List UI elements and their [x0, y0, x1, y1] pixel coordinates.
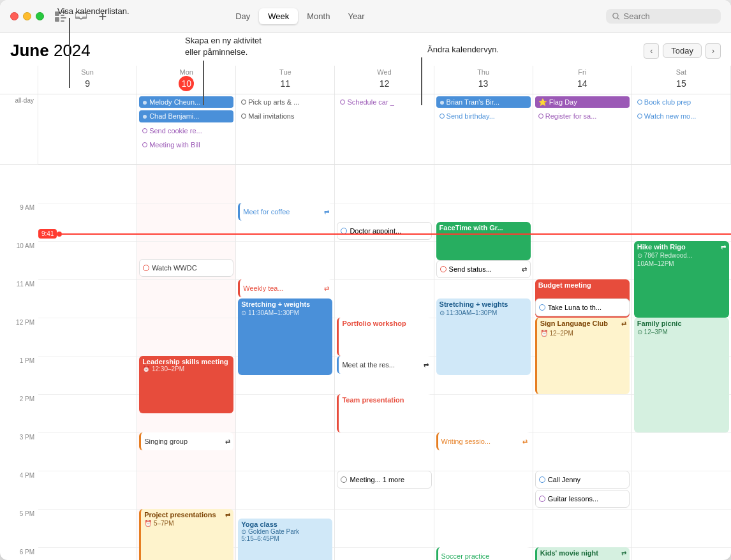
prev-week-button[interactable]: ‹ [644, 43, 659, 59]
event-watch-wwdc[interactable]: Watch WWDC [139, 259, 233, 277]
tab-month[interactable]: Month [298, 8, 339, 24]
event-send-birthday[interactable]: Send birthday... [436, 110, 531, 122]
svg-point-10 [143, 115, 147, 119]
event-schedule-car[interactable]: Schedule car _ [337, 96, 431, 108]
event-weekly-tea[interactable]: Weekly tea... ⇄ [238, 279, 332, 297]
event-writing[interactable]: Writing sessio... ⇄ [436, 432, 531, 450]
event-guitar[interactable]: Guitar lessons... [535, 490, 630, 508]
month-year-title: June 2024 [10, 41, 91, 61]
event-watch-movie[interactable]: Watch new mo... [634, 110, 728, 122]
allday-fri: ⭐ Flag Day Register for sa... [533, 94, 632, 164]
tab-year[interactable]: Year [339, 8, 373, 24]
next-week-button[interactable]: › [705, 43, 721, 59]
search-icon [612, 12, 620, 20]
event-send-status[interactable]: Send status... ⇄ [436, 260, 531, 278]
time-5pm: 5 PM [0, 509, 38, 547]
minimize-button[interactable] [23, 12, 31, 20]
calendar-navigation: ‹ Today › [644, 43, 721, 59]
view-tabs: Day Week Month Year [226, 8, 374, 24]
today-button[interactable]: Today [663, 43, 702, 58]
allday-row: all-day Melody Cheun... Chad Benjami... … [0, 94, 731, 165]
day-header-sat: Sat 15 [632, 66, 731, 94]
event-chad[interactable]: Chad Benjami... [139, 110, 233, 122]
svg-line-8 [617, 18, 619, 20]
tab-day[interactable]: Day [226, 8, 259, 24]
event-book-club[interactable]: Book club prep [634, 96, 728, 108]
svg-rect-3 [55, 17, 59, 22]
day-header-mon: Mon 10 [137, 66, 236, 94]
event-family-picnic[interactable]: Family picnic ⊙ 12–3PM [634, 318, 729, 432]
day-col-fri: Budget meeting Take Luna to th... Sign L… [533, 165, 632, 560]
event-soccer[interactable]: Soccer practice [436, 547, 531, 560]
svg-rect-0 [55, 11, 59, 16]
calendar-list-icon[interactable] [52, 8, 70, 26]
event-brian-bday[interactable]: Brian Tran's Bir... [436, 96, 531, 108]
day-col-sat: Hike with Rigo ⊙ 7867 Redwood... 10AM–12… [632, 165, 731, 560]
event-stretching-tue[interactable]: Stretching + weights ⊙ 11:30AM–1:30PM [238, 298, 332, 375]
event-leadership[interactable]: Leadership skills meeting ⏰ 12:30–2PM [139, 356, 233, 413]
allday-thu: Brian Tran's Bir... Send birthday... [434, 94, 533, 164]
allday-sat: Book club prep Watch new mo... [632, 94, 731, 164]
day-header-fri: Fri 14 [533, 66, 632, 94]
event-meet-coffee[interactable]: Meet for coffee ⇄ [238, 203, 332, 221]
event-portfolio[interactable]: Portfolio workshop [337, 318, 431, 356]
traffic-lights [10, 12, 44, 20]
event-call-jenny[interactable]: Call Jenny [535, 471, 630, 489]
allday-mon: Melody Cheun... Chad Benjami... Send coo… [137, 94, 236, 164]
time-2pm: 2 PM [0, 394, 38, 432]
day-header-wed: Wed 12 [335, 66, 434, 94]
event-mail-invitations[interactable]: Mail invitations [238, 110, 332, 122]
time-6pm: 6 PM [0, 547, 38, 560]
maximize-button[interactable] [36, 12, 44, 20]
event-flag-day[interactable]: ⭐ Flag Day [535, 96, 630, 108]
event-hike[interactable]: Hike with Rigo ⊙ 7867 Redwood... 10AM–12… [634, 241, 729, 318]
event-yoga[interactable]: Yoga class ⊙ Golden Gate Park 5:15–6:45P… [238, 519, 332, 560]
allday-sun [38, 94, 137, 164]
event-singing-group[interactable]: Singing group ⇄ [139, 432, 233, 450]
svg-point-7 [613, 13, 618, 18]
add-event-button[interactable]: + [95, 9, 110, 24]
svg-rect-4 [61, 17, 66, 18]
event-pickup-arts[interactable]: Pick up arts & ... [238, 96, 332, 108]
event-stretching-thu[interactable]: Stretching + weights ⊙ 11:30AM–1:30PM [436, 298, 531, 375]
time-9am: 9 AM [0, 203, 38, 241]
time-11am: 11 AM [0, 279, 38, 318]
calendar-grid: Sun 9 Mon 10 Tue 11 Wed 12 Thu 13 Fri 14 [0, 66, 731, 560]
search-input[interactable] [624, 11, 714, 21]
time-1pm: 1 PM [0, 356, 38, 394]
event-team-presentation[interactable]: Team presentation [337, 394, 431, 432]
calendar-app: Visa kalenderlistan. Skapa en ny aktivit… [0, 0, 731, 560]
day-header-thu: Thu 13 [434, 66, 533, 94]
event-sign-language[interactable]: Sign Language Club ⏰ 12–2PM ⇄ [535, 318, 630, 394]
event-meeting-more[interactable]: Meeting... 1 more [337, 471, 431, 489]
day-col-mon: Watch WWDC Leadership skills meeting ⏰ 1… [137, 165, 236, 560]
calendar-header: June 2024 ‹ Today › [0, 33, 731, 66]
day-header-tue: Tue 11 [236, 66, 335, 94]
event-luna[interactable]: Take Luna to th... [535, 298, 630, 316]
event-register[interactable]: Register for sa... [535, 110, 630, 122]
time-8am [0, 165, 38, 203]
day-col-thu: FaceTime with Gr... Send status... ⇄ Str… [434, 165, 533, 560]
event-kids-movie[interactable]: Kids' movie night ⇄ [535, 547, 630, 560]
allday-wed: Schedule car _ [335, 94, 434, 164]
close-button[interactable] [10, 12, 18, 20]
svg-rect-1 [61, 11, 66, 13]
event-meeting-bill[interactable]: Meeting with Bill [139, 139, 233, 151]
day-headers: Sun 9 Mon 10 Tue 11 Wed 12 Thu 13 Fri 14 [0, 66, 731, 94]
event-facetime[interactable]: FaceTime with Gr... [436, 222, 531, 260]
event-meet-res[interactable]: Meet at the res... ⇄ [337, 356, 431, 374]
event-project-presentations[interactable]: Project presentations ⏰ 5–7PM ⇄ [139, 509, 233, 560]
event-melody[interactable]: Melody Cheun... [139, 96, 233, 108]
timed-events-area: 9 AM 10 AM 11 AM 12 PM 1 PM 2 PM 3 PM 4 … [0, 165, 731, 560]
svg-rect-5 [61, 20, 64, 22]
inbox-icon[interactable] [72, 8, 90, 26]
toolbar: + Day Week Month Year [0, 0, 731, 33]
tab-week[interactable]: Week [259, 8, 298, 24]
day-col-wed: Doctor appoint... Portfolio workshop Mee… [335, 165, 434, 560]
time-column: 9 AM 10 AM 11 AM 12 PM 1 PM 2 PM 3 PM 4 … [0, 165, 38, 560]
day-col-sun [38, 165, 137, 560]
event-cookie[interactable]: Send cookie re... [139, 125, 233, 136]
event-doctor[interactable]: Doctor appoint... [337, 222, 431, 240]
svg-point-11 [440, 101, 444, 105]
search-box[interactable] [606, 9, 721, 24]
